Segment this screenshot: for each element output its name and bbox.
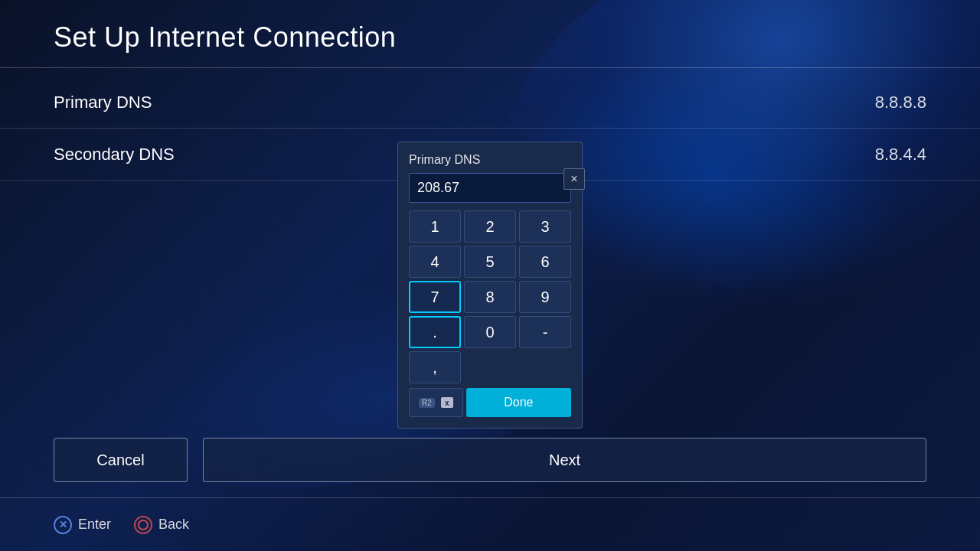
numpad-key-dot[interactable]: . [409,316,461,348]
dialog-title: Primary DNS [409,153,571,167]
numpad-bottom-row: R2 x Done [409,388,571,417]
numpad-dialog: Primary DNS × 1 2 3 4 5 6 7 8 9 . 0 - [397,142,583,429]
dialog-input-row [409,173,571,203]
backspace-button[interactable]: R2 x [409,388,463,417]
done-button[interactable]: Done [466,388,571,417]
numpad-key-2[interactable]: 2 [464,210,516,243]
numpad-key-comma[interactable]: , [409,351,461,383]
numpad-key-5[interactable]: 5 [464,246,516,278]
numpad-key-empty-1 [464,351,516,383]
close-icon: × [570,172,577,186]
backspace-icon: x [441,397,453,408]
backspace-x-icon: x [445,399,449,407]
close-button[interactable]: × [564,168,585,190]
dialog-overlay: Primary DNS × 1 2 3 4 5 6 7 8 9 . 0 - [0,0,980,551]
numpad-key-9[interactable]: 9 [519,281,571,313]
numpad-key-8[interactable]: 8 [464,281,516,313]
dns-input-field[interactable] [409,173,571,203]
numpad-key-4[interactable]: 4 [409,246,461,278]
numpad-key-6[interactable]: 6 [519,246,571,278]
numpad-key-dash[interactable]: - [519,316,571,348]
r2-badge: R2 [419,398,435,408]
numpad-key-1[interactable]: 1 [409,210,461,243]
numpad-key-3[interactable]: 3 [519,210,571,243]
numpad-key-7[interactable]: 7 [409,281,461,313]
numpad-key-0[interactable]: 0 [464,316,516,348]
numpad-grid: 1 2 3 4 5 6 7 8 9 . 0 - , [409,210,571,383]
numpad-key-empty-2 [519,351,571,383]
